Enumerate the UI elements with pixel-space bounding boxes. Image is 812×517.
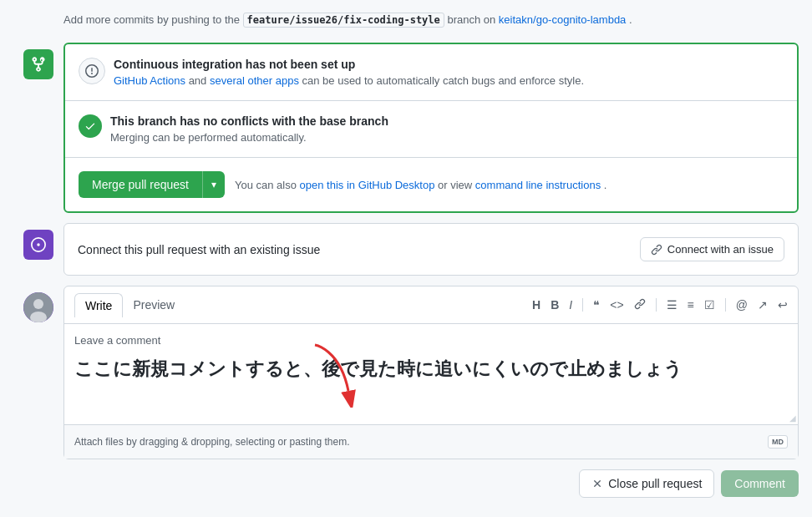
unordered-list-icon[interactable]: ☰ xyxy=(667,298,678,312)
connect-issue-title: Connect this pull request with an existi… xyxy=(78,243,320,256)
toolbar-divider-1 xyxy=(582,298,583,312)
repo-link[interactable]: keitakn/go-cognito-lambda xyxy=(499,13,626,26)
merge-pull-request-button[interactable]: Merge pull request xyxy=(79,171,202,198)
merge-dropdown-button[interactable]: ▾ xyxy=(202,171,225,198)
close-pr-icon xyxy=(591,478,603,489)
comment-body[interactable]: Leave a comment xyxy=(64,324,798,424)
quote-icon[interactable]: ❝ xyxy=(593,298,600,312)
ci-section: Continuous integration has not been set … xyxy=(65,44,797,101)
toolbar-divider-2 xyxy=(656,298,657,312)
link-icon xyxy=(651,244,662,256)
bold-icon[interactable]: B xyxy=(551,298,559,312)
attach-text: Attach files by dragging & dropping, sel… xyxy=(74,436,350,448)
user-avatar xyxy=(23,292,53,322)
connect-issue-button-label: Connect with an issue xyxy=(667,243,774,256)
italic-icon[interactable]: I xyxy=(569,298,572,312)
merge-section: This branch has no conflicts with the ba… xyxy=(65,101,797,158)
branch-name: feature/issue26/fix-coding-style xyxy=(243,13,444,28)
ci-description: GitHub Actions and several other apps ca… xyxy=(114,74,584,87)
comment-placeholder: Leave a comment xyxy=(74,334,788,347)
close-pull-request-button[interactable]: Close pull request xyxy=(579,469,714,498)
comment-toolbar: Write Preview H B I ❝ <> xyxy=(64,286,798,324)
check-icon xyxy=(79,114,102,138)
connect-with-issue-button[interactable]: Connect with an issue xyxy=(640,237,784,261)
merge-text-block: This branch has no conflicts with the ba… xyxy=(110,114,388,144)
close-pr-label: Close pull request xyxy=(608,477,702,490)
merge-links: You can also open this in GitHub Desktop… xyxy=(235,179,606,191)
issue-connect-icon xyxy=(23,230,53,260)
comment-submit-button[interactable]: Comment xyxy=(721,470,799,497)
toolbar-divider-3 xyxy=(725,298,726,312)
undo-icon[interactable]: ↩ xyxy=(778,298,788,312)
task-list-icon[interactable]: ☑ xyxy=(704,298,715,312)
write-tab[interactable]: Write xyxy=(74,293,123,317)
resize-handle[interactable]: ◢ xyxy=(789,413,796,423)
merge-actions: Merge pull request ▾ You can also open t… xyxy=(65,158,797,211)
preview-tab[interactable]: Preview xyxy=(123,293,185,317)
top-notice: Add more commits by pushing to the featu… xyxy=(63,13,632,33)
connect-issue-card: Connect this pull request with an existi… xyxy=(63,223,799,276)
mention-icon[interactable]: @ xyxy=(736,298,748,312)
comment-japanese-text: ここに新規コメントすると、後で見た時に追いにくいので止めましょう xyxy=(74,357,788,383)
open-desktop-link[interactable]: open this in GitHub Desktop xyxy=(300,179,435,191)
svg-point-1 xyxy=(33,299,43,309)
ref-icon[interactable]: ↗ xyxy=(758,298,768,312)
ci-text-block: Continuous integration has not been set … xyxy=(114,58,584,87)
code-icon[interactable]: <> xyxy=(610,298,623,312)
ci-status-icon xyxy=(79,58,105,84)
comment-actions: Close pull request Comment xyxy=(63,459,799,498)
merge-title: This branch has no conflicts with the ba… xyxy=(110,114,388,128)
comment-footer: Attach files by dragging & dropping, sel… xyxy=(64,424,798,459)
command-line-link[interactable]: command line instructions xyxy=(475,179,601,191)
markdown-badge: MD xyxy=(768,435,788,449)
merge-button-group: Merge pull request ▾ xyxy=(79,171,225,198)
github-actions-link[interactable]: GitHub Actions xyxy=(114,74,185,87)
notice-mid: branch on xyxy=(447,13,498,26)
comment-card: Write Preview H B I ❝ <> xyxy=(63,286,799,459)
notice-end: . xyxy=(629,13,632,26)
link-toolbar-icon[interactable] xyxy=(634,298,646,312)
git-merge-icon xyxy=(23,49,53,79)
ci-title: Continuous integration has not been set … xyxy=(114,58,584,71)
ci-merge-card: Continuous integration has not been set … xyxy=(63,43,799,213)
notice-text: Add more commits by pushing to the xyxy=(63,13,243,26)
arrow-annotation xyxy=(298,341,365,410)
other-apps-link[interactable]: several other apps xyxy=(210,74,299,87)
ordered-list-icon[interactable]: ≡ xyxy=(688,298,694,312)
merge-subtitle: Merging can be performed automatically. xyxy=(110,131,388,144)
toolbar-icons: H B I ❝ <> ☰ ≡ ☑ xyxy=(532,298,788,312)
heading-icon[interactable]: H xyxy=(532,298,540,312)
